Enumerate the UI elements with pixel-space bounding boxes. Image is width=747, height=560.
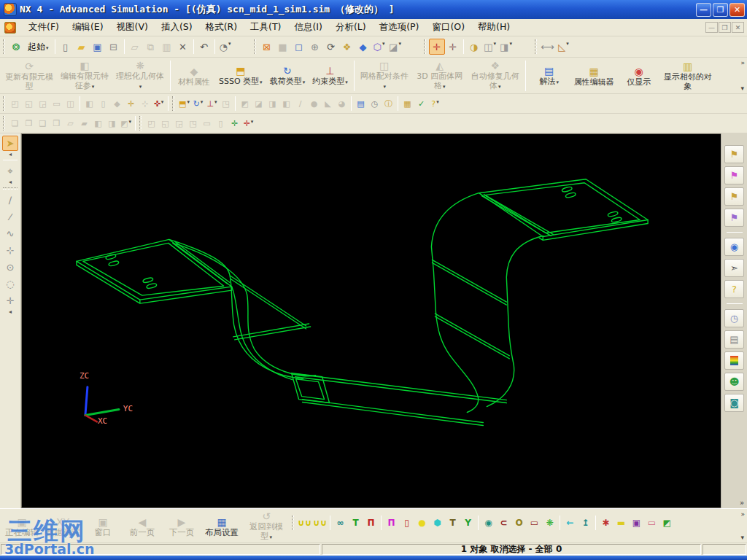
menu-edit[interactable]: 编辑(E) [66, 19, 110, 36]
wheel-load[interactable]: ✱ [598, 515, 614, 530]
snap-spline[interactable]: ∿ [2, 226, 18, 241]
bc-tool-3[interactable]: ◲ [172, 117, 186, 131]
menu-format[interactable]: 格式(R) [199, 19, 244, 36]
flag-marker[interactable]: ◩ [659, 515, 675, 530]
property-editor[interactable]: ▦属性编辑器 [571, 64, 617, 88]
dropdown-arrow-icon[interactable]: ▾ [161, 99, 164, 105]
dropdown-arrow-icon[interactable]: ▾ [398, 41, 401, 47]
show-adjacent-objects[interactable]: ▥显示相邻的对象 [661, 59, 715, 93]
mesh-tool-2[interactable]: ❐ [22, 117, 36, 131]
mesh-tool-7[interactable]: ◧ [91, 117, 105, 131]
dropdown-arrow-icon[interactable]: ▾ [214, 99, 217, 105]
edit-fe-params[interactable]: ◧编辑有限元特征参▾ [58, 58, 112, 93]
region-constraint[interactable]: ▣ [629, 515, 644, 530]
idealize-geometry[interactable]: ❋理想化几何体▾ [113, 58, 167, 93]
mdi-close-button[interactable]: ✕ [732, 22, 744, 33]
delete[interactable]: ✕ [175, 39, 191, 55]
help-bookmark[interactable]: ? [724, 280, 744, 298]
notebook[interactable]: ▤ [724, 330, 744, 349]
dropdown-arrow-icon[interactable]: ▾ [443, 84, 446, 90]
snap-line-segment[interactable]: ⁄ [2, 209, 18, 225]
hidden-edges-view[interactable]: ◪▾ [387, 39, 403, 55]
print[interactable]: ⊟ [106, 39, 122, 55]
mdi-minimize-button[interactable]: — [705, 22, 718, 33]
dropdown-arrow-icon[interactable]: ▾ [493, 41, 496, 47]
bc-tool-1[interactable]: ◰ [144, 117, 158, 131]
measure-distance[interactable]: ⟷ [540, 39, 556, 55]
menu-insert[interactable]: 插入(S) [155, 19, 199, 36]
object-info[interactable]: ◔▾ [217, 39, 233, 55]
visual-pref-1[interactable]: ◫▾ [482, 39, 498, 55]
constraint-type[interactable]: ⊥约束类型▾ [309, 63, 351, 89]
close-button[interactable]: ✕ [729, 3, 745, 17]
cylindrical-joint[interactable]: Y [460, 515, 476, 530]
fixed-support[interactable]: T [348, 515, 363, 530]
context-help[interactable]: ?▾ [428, 97, 442, 111]
menu-help[interactable]: 帮助(H) [471, 19, 516, 36]
fit-view[interactable]: ⊠ [259, 39, 275, 55]
dropdown-arrow-icon[interactable]: ▾ [201, 99, 204, 105]
curve-mesh[interactable]: ∕ [293, 97, 307, 111]
snap-cross[interactable]: ✛ [2, 293, 18, 308]
dropdown-arrow-icon[interactable]: ▾ [260, 79, 263, 85]
dropdown-arrow-icon[interactable]: ▾ [139, 84, 142, 90]
menu-preferences[interactable]: 首选项(P) [373, 19, 426, 36]
face-mesh[interactable]: ◣ [321, 97, 335, 111]
window-page[interactable]: ▣窗口 [84, 515, 122, 539]
ssso-type[interactable]: ⬒SSSO 类型▾ [216, 63, 266, 89]
user-roles[interactable]: ☻ [724, 373, 744, 391]
clamp-load-1[interactable]: ∪∪ [297, 515, 312, 530]
menu-analysis[interactable]: 分析(L) [329, 19, 373, 36]
web-browser[interactable]: ◉ [724, 238, 744, 256]
graphics-viewport[interactable]: ZC YC XC [21, 133, 721, 508]
datum-csys[interactable]: ✜▾ [152, 97, 166, 111]
gear-load[interactable]: ❋ [542, 515, 557, 530]
mesh-1[interactable]: ◩ [238, 97, 252, 111]
dropdown-arrow-icon[interactable]: ▾ [509, 41, 512, 47]
simulation-navigator[interactable]: ⚑ [724, 145, 744, 163]
dropdown-arrow-icon[interactable]: ▾ [382, 41, 385, 47]
history-palette[interactable]: ➣ [724, 259, 744, 277]
constraint-small[interactable]: ⊥▾ [205, 97, 219, 111]
rotational-load[interactable]: ◉ [481, 515, 496, 530]
ssso-small[interactable]: ⬒▾ [177, 97, 191, 111]
material-properties[interactable]: ◆材料属性 [174, 64, 214, 88]
capsule-load[interactable]: ▭ [527, 515, 542, 530]
link-connection[interactable]: ∞ [333, 515, 348, 530]
pan-view[interactable]: ❖ [339, 39, 355, 55]
cut[interactable]: ▱ [127, 39, 143, 55]
mesh-tool-3[interactable]: ❑ [36, 117, 50, 131]
zoom-window[interactable]: ◻ [291, 39, 307, 55]
dropdown-arrow-icon[interactable]: ▾ [46, 45, 49, 51]
dropdown-arrow-icon[interactable]: ▾ [498, 84, 501, 90]
display-only[interactable]: ◉仅显示 [619, 64, 659, 88]
snap-axis[interactable]: ⊹ [2, 243, 18, 258]
dropdown-arrow-icon[interactable]: ▾ [303, 79, 306, 85]
csys-wcs-display[interactable]: ✛▾ [241, 117, 255, 131]
toolbar-overflow-icon[interactable]: » [740, 59, 745, 66]
bottom-overflow-icon[interactable]: » [740, 510, 745, 518]
dropdown-arrow-icon[interactable]: ▾ [383, 84, 386, 90]
body-mesh[interactable]: ◕ [335, 97, 349, 111]
collapse-arrow-icon[interactable]: ◂ [9, 179, 12, 185]
menu-information[interactable]: 信息(I) [287, 19, 328, 36]
model-check[interactable]: ✓ [414, 97, 428, 111]
visual-pref-2[interactable]: ◨▾ [498, 39, 514, 55]
rotate-view[interactable]: ⟳ [323, 39, 339, 55]
nx-logo[interactable]: ❂ [8, 39, 24, 55]
dropdown-arrow-icon[interactable]: ▾ [269, 534, 272, 540]
snap-circle-center[interactable]: ⊙ [2, 260, 18, 275]
load-type[interactable]: ↻载荷类型▾ [267, 63, 309, 89]
dropdown-arrow-icon[interactable]: ▾ [92, 84, 95, 90]
sketch[interactable]: ◧ [82, 97, 96, 111]
mesh-tool-6[interactable]: ▰ [77, 117, 91, 131]
mesh-4[interactable]: ◧ [279, 97, 293, 111]
system-scene[interactable]: ◷ [724, 309, 744, 327]
simple-support[interactable]: Π [363, 515, 379, 530]
constraint-navigator[interactable]: ⚑ [724, 209, 744, 227]
resource-bar-more-icon[interactable]: » [740, 499, 744, 507]
mesh-tool-4[interactable]: ❒ [50, 117, 63, 131]
measure-angle[interactable]: ◺▾ [556, 39, 572, 55]
dropdown-arrow-icon[interactable]: ▾ [251, 119, 254, 125]
fe-op-3[interactable]: ◲ [36, 97, 50, 111]
